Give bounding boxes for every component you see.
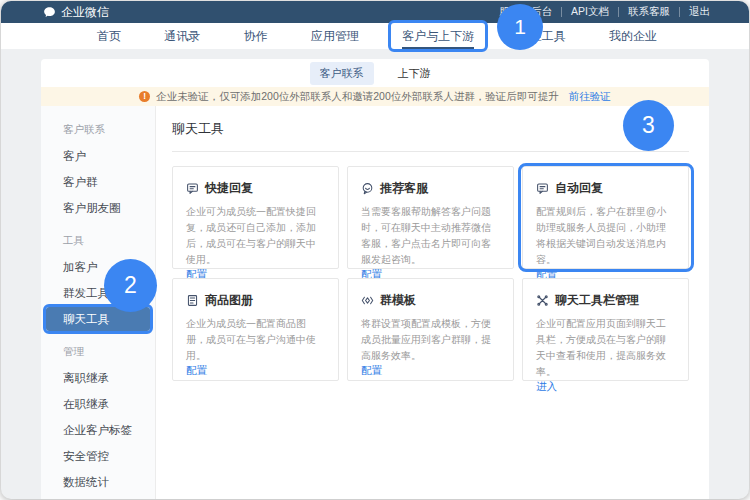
nav-item-label: 首页	[97, 29, 121, 43]
nav-item-customers-updownstream[interactable]: 客户与上下游	[392, 23, 484, 50]
card-title: 群模板	[380, 292, 416, 309]
nav-item-collaboration[interactable]: 协作	[234, 23, 278, 50]
nav-item-admin-tools[interactable]: 管理工具	[508, 23, 576, 50]
top-bar: 企业微信 服务商后台API文档联系客服退出	[1, 1, 749, 23]
topbar-link-logout[interactable]: 退出	[680, 5, 719, 19]
topbar-links: 服务商后台API文档联系客服退出	[491, 5, 719, 19]
document-list-icon	[186, 294, 199, 307]
card-description: 配置规则后，客户在群里@小助理或服务人员提问，小助理将根据关键词自动发送消息内容…	[536, 204, 675, 268]
nav-item-home[interactable]: 首页	[87, 23, 131, 50]
chat-bubble-logo-icon	[43, 6, 56, 19]
sidebar-item-data-statistics[interactable]: 数据统计	[41, 469, 155, 495]
exclamation-circle-icon: !	[139, 91, 150, 102]
card-action-product-catalog[interactable]: 配置	[186, 364, 325, 378]
sidebar-item-security-control[interactable]: 安全管控	[41, 443, 155, 469]
card-recommend-service: 推荐客服当需要客服帮助解答客户问题时，可在聊天中主动推荐微信客服，客户点击名片即…	[347, 166, 514, 269]
chat-bubble-lines-icon	[536, 182, 549, 195]
card-group-template: 群模板将群设置项配置成模板，方便成员批量应用到客户群聊，提高服务效率。配置	[347, 278, 514, 381]
topbar-link-contact-support[interactable]: 联系客服	[619, 5, 679, 19]
card-header: 快捷回复	[186, 180, 325, 197]
sidebar-item-active-inheritance[interactable]: 在职继承	[41, 391, 155, 417]
card-auto-reply: 自动回复配置规则后，客户在群里@小助理或服务人员提问，小助理将根据关键词自动发送…	[522, 166, 689, 269]
nav-item-label: 通讯录	[164, 29, 200, 43]
sidebar-group-header: 管理	[41, 332, 155, 365]
main-content: 聊天工具 快捷回复企业可为成员统一配置快捷回复，成员还可自己添加，添加后，成员可…	[156, 106, 709, 499]
nav-item-label: 应用管理	[311, 29, 359, 43]
tab-customer-contact[interactable]: 客户联系	[310, 62, 374, 85]
nav-item-label: 协作	[244, 29, 268, 43]
card-header: 聊天工具栏管理	[536, 292, 675, 309]
sidebar-item-chat-tools[interactable]: 聊天工具	[46, 307, 150, 331]
card-product-catalog: 商品图册企业为成员统一配置商品图册，成员可在与客户沟通中使用。配置	[172, 278, 339, 381]
content-panel: 客户联系上下游 ! 企业未验证，仅可添加200位外部联系人和邀请200位外部联系…	[41, 59, 709, 499]
wecom-logo-text: 企业微信	[61, 4, 109, 21]
card-header: 商品图册	[186, 292, 325, 309]
card-header: 群模板	[361, 292, 500, 309]
card-description: 将群设置项配置成模板，方便成员批量应用到客户群聊，提高服务效率。	[361, 316, 500, 364]
topbar-link-api-docs[interactable]: API文档	[562, 5, 618, 19]
card-quick-reply: 快捷回复企业可为成员统一配置快捷回复，成员还可自己添加，添加后，成员可在与客户的…	[172, 166, 339, 269]
sidebar: 客户联系客户客户群客户朋友圈工具加客户群发工具聊天工具管理离职继承在职继承企业客…	[41, 106, 156, 499]
wecom-logo: 企业微信	[43, 4, 109, 21]
card-action-chat-toolbar-management[interactable]: 进入	[536, 380, 675, 394]
sidebar-item-customer-tags[interactable]: 企业客户标签	[41, 417, 155, 443]
card-title: 自动回复	[555, 180, 603, 197]
verification-alert: ! 企业未验证，仅可添加200位外部联系人和邀请200位外部联系人进群，验证后即…	[41, 87, 709, 106]
tab-updownstream[interactable]: 上下游	[388, 62, 441, 85]
card-grid: 快捷回复企业可为成员统一配置快捷回复，成员还可自己添加，添加后，成员可在与客户的…	[172, 166, 689, 381]
nav-item-my-company[interactable]: 我的企业	[599, 23, 667, 50]
nav-item-label: 我的企业	[609, 29, 657, 43]
sidebar-item-group-send-tool[interactable]: 群发工具	[41, 280, 155, 306]
chat-bubble-lines-icon	[186, 182, 199, 195]
card-action-group-template[interactable]: 配置	[361, 364, 500, 378]
card-description: 企业可为成员统一配置快捷回复，成员还可自己添加，添加后，成员可在与客户的聊天中使…	[186, 204, 325, 268]
nav-item-label: 管理工具	[518, 29, 566, 43]
sub-tabs: 客户联系上下游	[41, 59, 709, 87]
nav-item-label: 客户与上下游	[402, 29, 474, 49]
sidebar-item-customer-groups[interactable]: 客户群	[41, 169, 155, 195]
card-description: 企业可配置应用页面到聊天工具栏，方便成员在与客户的聊天中查看和使用，提高服务效率…	[536, 316, 675, 380]
nav-item-app-management[interactable]: 应用管理	[301, 23, 369, 50]
crossed-tools-icon	[536, 294, 549, 307]
alert-text: 企业未验证，仅可添加200位外部联系人和邀请200位外部联系人进群，验证后即可提…	[156, 90, 559, 104]
sidebar-group-header: 客户联系	[41, 110, 155, 143]
go-verify-link[interactable]: 前往验证	[569, 90, 611, 104]
sidebar-item-customer-moments[interactable]: 客户朋友圈	[41, 195, 155, 221]
customer-service-icon	[361, 182, 374, 195]
wecom-admin-window: 企业微信 服务商后台API文档联系客服退出 首页通讯录协作应用管理客户与上下游管…	[1, 1, 749, 499]
card-chat-toolbar-management: 聊天工具栏管理企业可配置应用页面到聊天工具栏，方便成员在与客户的聊天中查看和使用…	[522, 278, 689, 381]
topbar-link-service-provider-console[interactable]: 服务商后台	[491, 5, 562, 19]
card-title: 商品图册	[205, 292, 253, 309]
card-title: 聊天工具栏管理	[555, 292, 639, 309]
sidebar-item-resigned-inheritance[interactable]: 离职继承	[41, 365, 155, 391]
page-title: 聊天工具	[172, 120, 689, 152]
card-header: 自动回复	[536, 180, 675, 197]
card-description: 企业为成员统一配置商品图册，成员可在与客户沟通中使用。	[186, 316, 325, 364]
sidebar-item-customers[interactable]: 客户	[41, 143, 155, 169]
sidebar-item-add-customer[interactable]: 加客户	[41, 254, 155, 280]
panel-body: 客户联系客户客户群客户朋友圈工具加客户群发工具聊天工具管理离职继承在职继承企业客…	[41, 106, 709, 499]
card-title: 快捷回复	[205, 180, 253, 197]
card-description: 当需要客服帮助解答客户问题时，可在聊天中主动推荐微信客服，客户点击名片即可向客服…	[361, 204, 500, 268]
annotation-box-sidebar	[43, 304, 153, 334]
diamond-brackets-icon	[361, 294, 374, 307]
card-title: 推荐客服	[380, 180, 428, 197]
card-header: 推荐客服	[361, 180, 500, 197]
sidebar-group-header: 工具	[41, 221, 155, 254]
primary-nav: 首页通讯录协作应用管理客户与上下游管理工具我的企业	[1, 23, 749, 49]
nav-item-contacts[interactable]: 通讯录	[154, 23, 210, 50]
